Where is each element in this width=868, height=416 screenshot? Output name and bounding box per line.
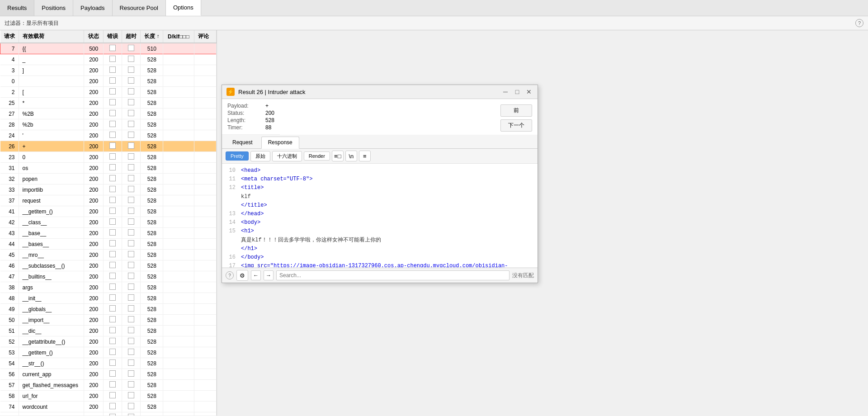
tab-request[interactable]: Request xyxy=(226,137,259,148)
dialog-title-group: ⚡ Result 26 | Intruder attack xyxy=(226,88,306,96)
search-input[interactable] xyxy=(276,270,509,280)
next-button[interactable]: 下一个 xyxy=(500,119,532,132)
table-row[interactable]: 7{{500510 xyxy=(0,43,217,54)
col-header-length[interactable]: 长度 ↑ xyxy=(141,30,163,43)
dialog-maximize-button[interactable]: □ xyxy=(513,88,521,96)
newline-icon-btn[interactable]: \n xyxy=(345,151,357,161)
cell-num: 42 xyxy=(0,217,19,228)
cell-comment xyxy=(194,152,216,163)
table-row[interactable]: 54__str__()200528 xyxy=(0,358,217,369)
col-header-timeout[interactable]: 超时 xyxy=(122,30,141,43)
hex-button[interactable]: 十六进制 xyxy=(272,151,302,161)
cell-timeout xyxy=(122,54,141,65)
cell-error xyxy=(104,326,122,336)
tab-payloads[interactable]: Payloads xyxy=(73,0,112,16)
cell-num: 58 xyxy=(0,391,19,402)
table-row[interactable]: 44__bases__200528 xyxy=(0,239,217,250)
table-row[interactable]: 46__subclasses__()200528 xyxy=(0,260,217,271)
table-row[interactable]: 57get_flashed_messages200528 xyxy=(0,380,217,391)
line-content: <title> xyxy=(241,184,533,192)
filter-help-icon[interactable]: ? xyxy=(855,19,863,27)
table-row[interactable]: 48__init__200528 xyxy=(0,293,217,304)
col-header-dklf[interactable]: D/klf□□□ xyxy=(163,30,194,43)
pretty-button[interactable]: Pretty xyxy=(226,151,249,161)
table-row[interactable]: 32popen200528 xyxy=(0,174,217,184)
table-row[interactable]: 37request200528 xyxy=(0,195,217,206)
table-row[interactable]: 56current_app200528 xyxy=(0,369,217,380)
cell-comment xyxy=(194,271,216,282)
col-header-payload[interactable]: 有效载荷 xyxy=(19,30,84,43)
line-number xyxy=(226,236,236,245)
cell-dklf xyxy=(163,152,194,163)
col-header-status[interactable]: 状态 xyxy=(84,30,104,43)
prev-button[interactable]: 前 xyxy=(500,104,532,117)
table-row[interactable]: 38args200528 xyxy=(0,282,217,293)
table-row[interactable]: 75truncate200528 xyxy=(0,412,217,416)
cell-status: 200 xyxy=(84,195,104,206)
table-row[interactable]: 3]200528 xyxy=(0,65,217,76)
cell-dklf xyxy=(163,315,194,326)
format-icon-btn[interactable]: ≡□ xyxy=(332,151,344,161)
line-number: 17 xyxy=(226,262,236,268)
cell-comment xyxy=(194,260,216,271)
cell-status: 200 xyxy=(84,109,104,119)
cell-timeout xyxy=(122,195,141,206)
table-row[interactable]: 52__getattribute__()200528 xyxy=(0,336,217,347)
render-button[interactable]: Render xyxy=(304,151,330,161)
cell-length: 528 xyxy=(141,271,163,282)
search-back-button[interactable]: ← xyxy=(251,270,261,280)
table-row[interactable]: 49__globals__200528 xyxy=(0,304,217,315)
tab-response[interactable]: Response xyxy=(261,137,299,149)
col-header-num[interactable]: 请求 xyxy=(0,30,19,43)
cell-payload: _ xyxy=(19,54,84,65)
raw-button[interactable]: 原始 xyxy=(250,151,270,161)
cell-status: 200 xyxy=(84,174,104,184)
tab-options[interactable]: Options xyxy=(166,0,201,16)
cell-dklf xyxy=(163,271,194,282)
table-row[interactable]: 31os200528 xyxy=(0,163,217,174)
timer-label: Timer: xyxy=(227,124,264,131)
line-content: </head> xyxy=(241,210,533,218)
cell-length: 528 xyxy=(141,315,163,326)
table-row[interactable]: 27%2B200528 xyxy=(0,109,217,119)
table-row[interactable]: 42__class__200528 xyxy=(0,217,217,228)
table-row[interactable]: 0200528 xyxy=(0,76,217,87)
cell-timeout xyxy=(122,271,141,282)
cell-payload: os xyxy=(19,163,84,174)
col-header-error[interactable]: 错误 xyxy=(104,30,122,43)
table-row[interactable]: 28%2b200528 xyxy=(0,119,217,130)
table-row[interactable]: 43__base__200528 xyxy=(0,228,217,239)
table-row[interactable]: 47__builtins__200528 xyxy=(0,271,217,282)
table-row[interactable]: 45__mro__200528 xyxy=(0,250,217,260)
table-row[interactable]: 26+200528 xyxy=(0,141,217,152)
cell-payload: __class__ xyxy=(19,217,84,228)
cell-timeout xyxy=(122,119,141,130)
table-row[interactable]: 74wordcount200528 xyxy=(0,402,217,412)
col-header-comment[interactable]: 评论 xyxy=(194,30,216,43)
table-row[interactable]: 50__import__200528 xyxy=(0,315,217,326)
cell-comment xyxy=(194,163,216,174)
table-row[interactable]: 2[200528 xyxy=(0,87,217,98)
search-help-icon[interactable]: ? xyxy=(226,271,234,279)
table-row[interactable]: 53__getitem_()200528 xyxy=(0,347,217,358)
table-row[interactable]: 51__dic__200528 xyxy=(0,326,217,336)
table-row[interactable]: 24'200528 xyxy=(0,130,217,141)
table-row[interactable]: 230200528 xyxy=(0,152,217,163)
cell-comment xyxy=(194,369,216,380)
tab-resource-pool[interactable]: Resource Pool xyxy=(113,0,166,16)
tab-results[interactable]: Results xyxy=(0,0,34,16)
cell-error xyxy=(104,347,122,358)
search-forward-button[interactable]: → xyxy=(264,270,274,280)
cell-comment xyxy=(194,358,216,369)
table-row[interactable]: 33importlib200528 xyxy=(0,184,217,195)
dialog-minimize-button[interactable]: ─ xyxy=(501,88,509,96)
search-settings-icon[interactable]: ⚙ xyxy=(236,270,248,281)
table-row[interactable]: 25*200528 xyxy=(0,98,217,109)
menu-icon-btn[interactable]: ≡ xyxy=(359,151,371,161)
dialog-close-button[interactable]: ✕ xyxy=(525,88,533,96)
table-row[interactable]: 41__getitem_()200528 xyxy=(0,206,217,217)
tab-positions[interactable]: Positions xyxy=(34,0,73,16)
cell-num: 51 xyxy=(0,326,19,336)
table-row[interactable]: 4_200528 xyxy=(0,54,217,65)
table-row[interactable]: 58url_for200528 xyxy=(0,391,217,402)
